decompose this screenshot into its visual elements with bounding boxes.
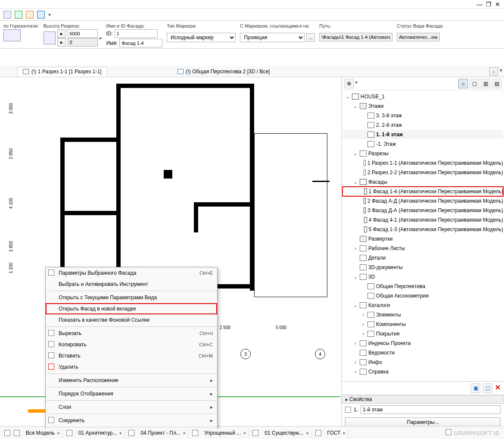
delete-view-icon[interactable]: ✕ [495,383,501,393]
tree-toggle-icon[interactable]: › [353,245,358,251]
tree-item[interactable]: 1 Разрез 1-1 (Автоматически Перестраивае… [342,158,503,168]
context-menu-item[interactable]: Показать Выборку/Бегущую Рамку в 3DF5 [46,428,217,429]
tree-toggle-icon[interactable]: ⌄ [353,274,358,280]
tree-item[interactable]: 2 Разрез 2-2 (Автоматически Перестраивае… [342,168,503,177]
tree-item[interactable]: 4 Фасад 4-1 (Автоматически Перестраиваем… [342,215,503,225]
tree-toggle-icon[interactable]: › [353,359,358,365]
sb-gost[interactable]: ГОСТ [325,429,349,437]
marker-ref-select[interactable]: Проекция [240,33,305,42]
maximize-button[interactable]: ❐ [486,1,492,8]
nav-layout-icon[interactable]: ▥ [481,79,490,88]
name-input[interactable] [119,39,162,47]
sb-arch[interactable]: 01 Архитектур... [76,429,125,437]
height-top-input[interactable] [68,29,98,38]
drawing-canvas[interactable]: 3 000 2 850 4 100 1 800 1 200 2 500 5 00… [0,77,341,429]
context-menu-item[interactable]: КопироватьCtrl+C [46,339,217,350]
tree-toggle-icon[interactable]: ⌄ [353,103,358,109]
tree-item[interactable]: ›Элементы [342,310,503,320]
clone-view-icon[interactable]: ▢ [483,383,492,393]
marker-type-select[interactable]: Исходный маркер [167,33,236,42]
context-menu-item[interactable]: Порядок Отображения▸ [46,388,217,399]
context-menu-item[interactable]: Параметры Выбранного ФасадаCtrl+E [46,267,217,279]
sb-existing[interactable]: 01 Существую... [262,429,311,437]
context-menu-item[interactable]: ВырезатьCtrl+Ч [46,328,217,339]
tree-item[interactable]: 2. 2-й этаж [342,120,503,130]
nav-drop-icon[interactable]: ▸ [355,79,358,88]
tree-item[interactable]: 5 Фасад 1-3 (Автоматически Перестраиваем… [342,225,503,234]
context-menu-item[interactable]: ВставитьCtrl+М [46,350,217,361]
tool-2-icon[interactable] [15,11,22,19]
sb-model[interactable]: Вся Модель [23,429,63,437]
sb-dim-icon[interactable] [315,430,321,436]
sb-icon-2[interactable] [14,430,20,436]
tab-drop-icon[interactable]: ▾ [500,67,502,76]
horiz-icon[interactable] [3,29,21,41]
height-drop-icon[interactable]: ▸ [100,35,102,41]
navigator-tree[interactable]: ⌄HOUSE_1⌄Этажи3. 3-й этаж2. 2-й этаж1. 1… [342,90,504,381]
tree-item[interactable]: 1. 1-й этаж [342,130,503,139]
sb-project[interactable]: 04 Проект - Пл... [138,429,189,437]
tree-item[interactable]: Развертки [342,234,503,244]
tree-toggle-icon[interactable]: ⌄ [353,151,358,157]
tree-item[interactable]: ⌄Каталоги [342,301,503,310]
lock-top-icon[interactable]: ▸ [57,29,66,38]
tree-item[interactable]: ⌄Фасады [342,177,503,187]
nav-map-icon[interactable]: ⌂ [458,79,468,88]
tree-item[interactable]: ›Справка [342,367,503,376]
sb-scale-icon[interactable] [128,430,134,436]
minimize-button[interactable]: — [476,1,482,8]
tree-toggle-icon[interactable]: › [353,340,358,346]
tree-item[interactable]: 3 Фасад Д-А (Автоматически Перестраиваем… [342,206,503,215]
context-menu-item[interactable]: Удалить [46,361,217,373]
height-icon[interactable] [44,31,56,44]
tree-toggle-icon[interactable]: › [361,331,366,337]
tool-4-icon[interactable] [37,11,45,19]
nav-publisher-icon[interactable]: ▤ [492,79,501,88]
props-section-header[interactable]: ▸ Свойства [342,395,504,404]
nav-settings-icon[interactable]: ⚙ [344,79,354,88]
context-menu-item[interactable]: Слои▸ [46,401,217,413]
tree-item[interactable]: 1 Фасад 1-4 (Автоматически Перестраиваем… [342,187,503,196]
tree-item[interactable]: Детали [342,253,503,263]
tree-item[interactable]: 2 Фасад А-Д (Автоматически Перестраиваем… [342,196,503,206]
tree-item[interactable]: Общая Перспектива [342,282,503,291]
sb-reno-icon[interactable] [252,430,258,436]
height-bottom-input[interactable] [68,38,98,47]
tree-item[interactable]: ⌄Разрезы [342,149,503,158]
id-input[interactable] [115,29,158,38]
tool-elevation-icon[interactable] [3,11,11,19]
context-menu-item[interactable]: Соединить▸ [46,415,217,426]
context-menu-item[interactable]: Изменить Расположение▸ [46,375,217,386]
tree-item[interactable]: ›Индексы Проекта [342,339,503,348]
tree-toggle-icon[interactable]: ⌄ [345,94,350,100]
tree-item[interactable]: -1. Этаж [342,139,503,149]
lock-bottom-icon[interactable]: ▸ [57,38,66,47]
context-menu-item[interactable]: Выбрать и Активировать Инструмент [46,279,217,290]
tab-3d[interactable]: (!) Общая Перспектива 2 [3D / Все] [172,67,276,76]
sb-icon-1[interactable] [4,430,10,436]
tree-item[interactable]: ›Рабочие Листы [342,244,503,253]
tree-item[interactable]: ›Покрытия [342,329,503,339]
sb-layer-icon[interactable] [66,430,72,436]
new-view-icon[interactable]: ▣ [471,383,480,393]
params-button[interactable]: Параметры... [345,417,501,427]
tree-toggle-icon[interactable]: › [361,312,366,318]
context-menu-item[interactable]: Показать в качестве Фоновой Ссылки [46,314,217,326]
tool-3-icon[interactable] [26,11,34,19]
story-name-input[interactable] [361,405,501,414]
sb-simplified[interactable]: Упрощенный ... [202,429,249,437]
context-menu-item[interactable]: Открыть Фасад в новой вкладке [46,303,217,314]
tab-section[interactable]: (!) 1 Разрез 1-1 [1 Разрез 1-1] [17,67,107,76]
marker-ref-more-button[interactable]: ... [306,33,315,42]
tree-toggle-icon[interactable]: ⌄ [353,302,358,308]
tree-item[interactable]: ⌄Этажи [342,101,503,111]
dropdown-icon[interactable]: ▾ [48,12,51,18]
sb-mvo-icon[interactable] [192,430,198,436]
tree-toggle-icon[interactable]: › [361,321,366,327]
tree-item[interactable]: ⌄3D [342,272,503,282]
nav-view-icon[interactable]: ▢ [470,79,479,88]
tree-item[interactable]: ›Инфо [342,357,503,367]
tree-toggle-icon[interactable]: › [353,369,358,375]
tree-item[interactable]: ›Компоненты [342,320,503,329]
close-button[interactable]: ✕ [495,1,500,8]
